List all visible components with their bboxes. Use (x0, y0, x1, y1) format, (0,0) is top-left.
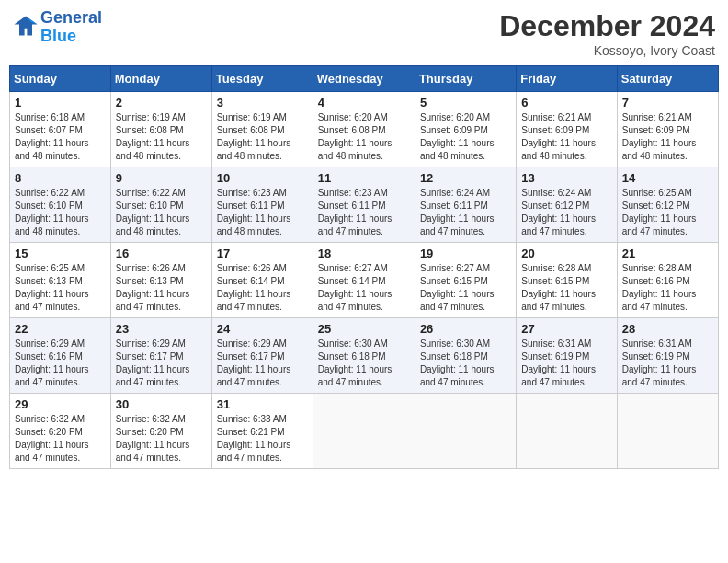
day-info: Sunrise: 6:33 AM Sunset: 6:21 PM Dayligh… (217, 413, 308, 465)
calendar-day-cell: 19Sunrise: 6:27 AM Sunset: 6:15 PM Dayli… (415, 243, 516, 318)
calendar-day-cell: 13Sunrise: 6:24 AM Sunset: 6:12 PM Dayli… (517, 167, 617, 243)
day-info: Sunrise: 6:20 AM Sunset: 6:09 PM Dayligh… (420, 111, 511, 163)
day-info: Sunrise: 6:27 AM Sunset: 6:15 PM Dayligh… (420, 262, 511, 314)
calendar-day-cell: 2Sunrise: 6:19 AM Sunset: 6:08 PM Daylig… (110, 92, 211, 167)
calendar-day-cell: 12Sunrise: 6:24 AM Sunset: 6:11 PM Dayli… (415, 167, 516, 243)
calendar-day-cell: 20Sunrise: 6:28 AM Sunset: 6:15 PM Dayli… (517, 243, 617, 318)
calendar-day-cell: 17Sunrise: 6:26 AM Sunset: 6:14 PM Dayli… (211, 243, 313, 318)
day-info: Sunrise: 6:24 AM Sunset: 6:11 PM Dayligh… (420, 187, 511, 238)
day-info: Sunrise: 6:28 AM Sunset: 6:15 PM Dayligh… (521, 262, 611, 314)
day-number: 13 (521, 171, 611, 185)
day-info: Sunrise: 6:30 AM Sunset: 6:18 PM Dayligh… (420, 338, 511, 389)
location-title: Kossoyo, Ivory Coast (499, 43, 715, 58)
day-number: 19 (420, 247, 511, 260)
calendar-day-cell: 21Sunrise: 6:28 AM Sunset: 6:16 PM Dayli… (617, 243, 718, 318)
day-info: Sunrise: 6:25 AM Sunset: 6:13 PM Dayligh… (15, 262, 106, 314)
day-number: 31 (217, 397, 308, 411)
day-number: 17 (217, 247, 308, 260)
day-info: Sunrise: 6:32 AM Sunset: 6:20 PM Dayligh… (15, 413, 106, 465)
day-info: Sunrise: 6:19 AM Sunset: 6:08 PM Dayligh… (116, 111, 207, 163)
calendar-day-cell: 23Sunrise: 6:29 AM Sunset: 6:17 PM Dayli… (110, 318, 211, 394)
day-info: Sunrise: 6:31 AM Sunset: 6:19 PM Dayligh… (622, 338, 713, 389)
calendar-day-cell: 9Sunrise: 6:22 AM Sunset: 6:10 PM Daylig… (110, 167, 211, 243)
calendar-day-cell: 15Sunrise: 6:25 AM Sunset: 6:13 PM Dayli… (10, 243, 111, 318)
calendar-week-row: 22Sunrise: 6:29 AM Sunset: 6:16 PM Dayli… (10, 318, 719, 394)
calendar-day-cell: 4Sunrise: 6:20 AM Sunset: 6:08 PM Daylig… (313, 92, 415, 167)
day-info: Sunrise: 6:29 AM Sunset: 6:17 PM Dayligh… (217, 338, 308, 389)
day-number: 7 (622, 96, 713, 109)
calendar-week-row: 29Sunrise: 6:32 AM Sunset: 6:20 PM Dayli… (10, 394, 719, 469)
day-number: 1 (15, 96, 106, 109)
day-info: Sunrise: 6:23 AM Sunset: 6:11 PM Dayligh… (318, 187, 410, 238)
calendar-day-header: Wednesday (313, 66, 415, 92)
logo-text: GeneralBlue (40, 9, 102, 46)
calendar-body: 1Sunrise: 6:18 AM Sunset: 6:07 PM Daylig… (10, 92, 719, 469)
day-info: Sunrise: 6:29 AM Sunset: 6:17 PM Dayligh… (116, 338, 207, 389)
day-number: 23 (116, 322, 207, 336)
logo: GeneralBlue (13, 9, 102, 46)
day-number: 25 (318, 322, 410, 336)
day-number: 28 (622, 322, 713, 336)
calendar-day-cell (415, 394, 516, 469)
calendar-day-cell: 26Sunrise: 6:30 AM Sunset: 6:18 PM Dayli… (415, 318, 516, 394)
day-info: Sunrise: 6:28 AM Sunset: 6:16 PM Dayligh… (622, 262, 713, 314)
page-header: GeneralBlue December 2024 Kossoyo, Ivory… (9, 9, 719, 58)
day-number: 5 (420, 96, 511, 109)
calendar-day-cell (517, 394, 617, 469)
calendar-table: SundayMondayTuesdayWednesdayThursdayFrid… (9, 65, 719, 469)
day-number: 30 (116, 397, 207, 411)
calendar-day-cell: 3Sunrise: 6:19 AM Sunset: 6:08 PM Daylig… (211, 92, 313, 167)
day-number: 21 (622, 247, 713, 260)
calendar-day-header: Sunday (10, 66, 111, 92)
logo-icon (13, 13, 39, 39)
day-info: Sunrise: 6:22 AM Sunset: 6:10 PM Dayligh… (116, 187, 207, 238)
day-info: Sunrise: 6:30 AM Sunset: 6:18 PM Dayligh… (318, 338, 410, 389)
calendar-week-row: 8Sunrise: 6:22 AM Sunset: 6:10 PM Daylig… (10, 167, 719, 243)
calendar-day-cell: 31Sunrise: 6:33 AM Sunset: 6:21 PM Dayli… (211, 394, 313, 469)
day-info: Sunrise: 6:23 AM Sunset: 6:11 PM Dayligh… (217, 187, 308, 238)
day-number: 26 (420, 322, 511, 336)
svg-marker-0 (14, 16, 37, 35)
day-info: Sunrise: 6:26 AM Sunset: 6:14 PM Dayligh… (217, 262, 308, 314)
day-number: 2 (116, 96, 207, 109)
day-number: 10 (217, 171, 308, 185)
day-number: 8 (15, 171, 106, 185)
day-info: Sunrise: 6:18 AM Sunset: 6:07 PM Dayligh… (15, 111, 106, 163)
calendar-day-header: Monday (110, 66, 211, 92)
calendar-day-cell: 7Sunrise: 6:21 AM Sunset: 6:09 PM Daylig… (617, 92, 718, 167)
calendar-day-cell: 10Sunrise: 6:23 AM Sunset: 6:11 PM Dayli… (211, 167, 313, 243)
calendar-header-row: SundayMondayTuesdayWednesdayThursdayFrid… (10, 66, 719, 92)
calendar-day-cell: 14Sunrise: 6:25 AM Sunset: 6:12 PM Dayli… (617, 167, 718, 243)
calendar-day-cell: 24Sunrise: 6:29 AM Sunset: 6:17 PM Dayli… (211, 318, 313, 394)
day-number: 16 (116, 247, 207, 260)
calendar-day-cell: 30Sunrise: 6:32 AM Sunset: 6:20 PM Dayli… (110, 394, 211, 469)
day-info: Sunrise: 6:20 AM Sunset: 6:08 PM Dayligh… (318, 111, 410, 163)
calendar-day-header: Friday (517, 66, 617, 92)
day-number: 15 (15, 247, 106, 260)
calendar-day-cell: 22Sunrise: 6:29 AM Sunset: 6:16 PM Dayli… (10, 318, 111, 394)
day-info: Sunrise: 6:29 AM Sunset: 6:16 PM Dayligh… (15, 338, 106, 389)
day-number: 18 (318, 247, 410, 260)
calendar-day-cell: 27Sunrise: 6:31 AM Sunset: 6:19 PM Dayli… (517, 318, 617, 394)
day-info: Sunrise: 6:26 AM Sunset: 6:13 PM Dayligh… (116, 262, 207, 314)
calendar-day-header: Saturday (617, 66, 718, 92)
day-number: 3 (217, 96, 308, 109)
day-info: Sunrise: 6:27 AM Sunset: 6:14 PM Dayligh… (318, 262, 410, 314)
calendar-day-cell: 11Sunrise: 6:23 AM Sunset: 6:11 PM Dayli… (313, 167, 415, 243)
day-number: 24 (217, 322, 308, 336)
day-number: 14 (622, 171, 713, 185)
calendar-day-header: Tuesday (211, 66, 313, 92)
day-info: Sunrise: 6:19 AM Sunset: 6:08 PM Dayligh… (217, 111, 308, 163)
calendar-day-cell: 6Sunrise: 6:21 AM Sunset: 6:09 PM Daylig… (517, 92, 617, 167)
day-number: 27 (521, 322, 611, 336)
calendar-day-cell: 5Sunrise: 6:20 AM Sunset: 6:09 PM Daylig… (415, 92, 516, 167)
day-info: Sunrise: 6:31 AM Sunset: 6:19 PM Dayligh… (521, 338, 611, 389)
day-number: 6 (521, 96, 611, 109)
calendar-week-row: 15Sunrise: 6:25 AM Sunset: 6:13 PM Dayli… (10, 243, 719, 318)
day-number: 9 (116, 171, 207, 185)
calendar-day-cell (617, 394, 718, 469)
month-title: December 2024 (499, 9, 715, 43)
day-number: 29 (15, 397, 106, 411)
calendar-day-cell: 25Sunrise: 6:30 AM Sunset: 6:18 PM Dayli… (313, 318, 415, 394)
calendar-day-cell: 18Sunrise: 6:27 AM Sunset: 6:14 PM Dayli… (313, 243, 415, 318)
